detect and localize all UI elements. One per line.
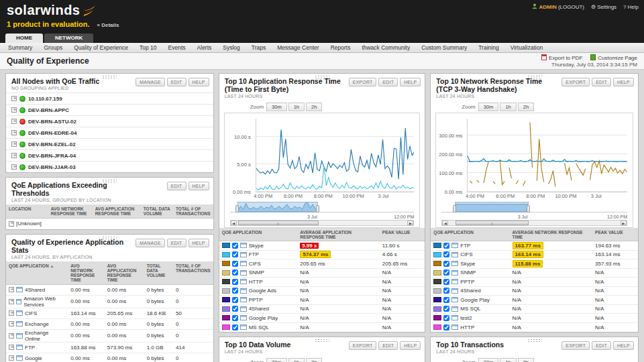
export-to-pdf-link[interactable]: Export to PDF bbox=[541, 54, 582, 61]
navigator-selected-range[interactable] bbox=[237, 202, 319, 213]
zoom-range-2h-button[interactable]: 2h bbox=[518, 103, 534, 111]
help-button[interactable]: HELP bbox=[613, 78, 634, 86]
edit-button[interactable]: EDIT bbox=[378, 78, 398, 86]
menu-item-message-center[interactable]: Message Center bbox=[277, 44, 319, 51]
column-header[interactable]: AVG NETWORK RESPONSE TIME bbox=[68, 261, 105, 285]
column-header[interactable]: LOCATION bbox=[6, 204, 48, 219]
edit-button[interactable]: EDIT bbox=[378, 341, 398, 350]
table-row[interactable]: Exchange0.00 ms0.00 ms0 bytes0 bbox=[6, 318, 213, 329]
chart-navigator[interactable]: 3 Jul12:00 PM bbox=[230, 202, 415, 219]
help-button[interactable]: HELP bbox=[189, 182, 209, 190]
series-visibility-checkbox[interactable] bbox=[232, 324, 238, 330]
series-visibility-checkbox[interactable] bbox=[232, 261, 238, 267]
help-button[interactable]: HELP bbox=[400, 78, 421, 86]
series-visibility-checkbox[interactable] bbox=[443, 279, 449, 285]
series-visibility-checkbox[interactable] bbox=[443, 306, 449, 312]
node-row[interactable]: 10.110.67.159 bbox=[6, 93, 213, 104]
series-visibility-checkbox[interactable] bbox=[232, 269, 238, 276]
zoom-range-2h-button[interactable]: 2h bbox=[306, 358, 322, 362]
column-header[interactable]: QOE APPLICATION ▲ bbox=[6, 261, 68, 285]
expand-icon[interactable] bbox=[9, 299, 14, 304]
menu-item-thwack-community[interactable]: thwack Community bbox=[362, 44, 410, 51]
series-visibility-checkbox[interactable] bbox=[232, 288, 238, 294]
series-visibility-checkbox[interactable] bbox=[443, 251, 449, 257]
customize-page-link[interactable]: Customize Page bbox=[590, 54, 637, 61]
chart-scrollbar[interactable]: ◀▶ bbox=[441, 220, 627, 226]
node-row[interactable]: DEV-BRN-EDRE-04 bbox=[6, 127, 213, 138]
plot-area[interactable]: 0.00 ms100.00 ms200.00 ms300.00 ms4:00 P… bbox=[467, 119, 627, 192]
zoom-range-1h-button[interactable]: 1h bbox=[500, 103, 516, 111]
series-visibility-checkbox[interactable] bbox=[443, 261, 449, 267]
expand-icon[interactable] bbox=[9, 333, 14, 339]
table-row[interactable]: [Unknown] bbox=[6, 219, 213, 229]
expand-icon[interactable] bbox=[11, 96, 17, 101]
help-link[interactable]: ?Help bbox=[623, 4, 639, 10]
series-visibility-checkbox[interactable] bbox=[232, 243, 238, 249]
expand-icon[interactable] bbox=[9, 321, 14, 326]
expand-icon[interactable] bbox=[11, 119, 17, 124]
expand-icon[interactable] bbox=[9, 355, 14, 361]
menu-item-events[interactable]: Events bbox=[168, 44, 186, 51]
logout-link[interactable]: (LOGOUT) bbox=[558, 4, 584, 10]
column-header[interactable]: AVG NETWORK RESPONSE TIME bbox=[48, 204, 93, 219]
table-row[interactable]: Google0.00 ms0.00 ms0 bytes0 bbox=[6, 353, 213, 362]
menu-item-groups[interactable]: Groups bbox=[44, 44, 62, 51]
series-visibility-checkbox[interactable] bbox=[232, 251, 238, 257]
menu-item-custom-summary[interactable]: Custom Summary bbox=[421, 44, 467, 51]
menu-item-training[interactable]: Training bbox=[478, 44, 498, 51]
expand-icon[interactable] bbox=[9, 287, 14, 292]
help-button[interactable]: HELP bbox=[189, 78, 209, 86]
node-row[interactable]: DEV-BRN-JJAR-03 bbox=[6, 161, 213, 172]
node-row[interactable]: DEV-BRN-EZEL-02 bbox=[6, 138, 213, 149]
menu-item-summary[interactable]: Summary bbox=[8, 44, 32, 51]
edit-button[interactable]: EDIT bbox=[167, 239, 186, 247]
column-header[interactable]: TOTAL DATA VOLUME bbox=[141, 204, 173, 219]
chart-scrollbar[interactable]: ◀▶ bbox=[230, 220, 415, 226]
expand-icon[interactable] bbox=[11, 130, 17, 135]
details-link[interactable]: » Details bbox=[97, 22, 119, 28]
series-visibility-checkbox[interactable] bbox=[232, 306, 238, 312]
scrollbar-thumb[interactable] bbox=[455, 221, 529, 225]
zoom-range-1h-button[interactable]: 1h bbox=[500, 358, 516, 362]
zoom-range-30m-button[interactable]: 30m bbox=[266, 358, 287, 362]
menu-item-traps[interactable]: Traps bbox=[252, 44, 266, 51]
series-visibility-checkbox[interactable] bbox=[232, 297, 238, 303]
scrollbar-thumb[interactable] bbox=[238, 221, 319, 225]
settings-link[interactable]: ⚙Settings bbox=[591, 4, 616, 10]
expand-icon[interactable] bbox=[11, 164, 17, 170]
expand-icon[interactable] bbox=[11, 107, 17, 113]
column-header[interactable]: TOTAL DATA VOLUME bbox=[144, 261, 173, 285]
table-row[interactable]: FTP163.88 ms573.90 ms1.0 GB414 bbox=[6, 342, 213, 353]
zoom-range-1h-button[interactable]: 1h bbox=[288, 103, 305, 111]
export-button[interactable]: EXPORT bbox=[349, 78, 377, 86]
table-row[interactable]: CIFS163.14 ms205.65 ms18.6 KB50 bbox=[6, 308, 213, 318]
chart-navigator[interactable]: 3 Jul12:00 PM bbox=[441, 202, 627, 219]
series-visibility-checkbox[interactable] bbox=[443, 269, 449, 276]
table-row[interactable]: Amazon Web Services0.00 ms0.00 ms0 bytes… bbox=[6, 295, 213, 308]
tab-home[interactable]: HOME bbox=[5, 34, 43, 43]
edit-button[interactable]: EDIT bbox=[592, 341, 611, 350]
navigator-selected-range[interactable] bbox=[455, 202, 529, 213]
navigator-right-handle[interactable] bbox=[527, 205, 530, 213]
menu-item-syslog[interactable]: Syslog bbox=[223, 44, 240, 51]
zoom-range-1h-button[interactable]: 1h bbox=[288, 358, 305, 362]
zoom-range-30m-button[interactable]: 30m bbox=[478, 358, 499, 362]
column-header[interactable]: TOTAL # OF TRANSACTIONS bbox=[173, 204, 213, 219]
expand-icon[interactable] bbox=[11, 141, 17, 147]
expand-icon[interactable] bbox=[9, 221, 14, 227]
export-button[interactable]: EXPORT bbox=[561, 78, 590, 86]
help-button[interactable]: HELP bbox=[189, 239, 209, 247]
table-row[interactable]: 4Shared0.00 ms0.00 ms0 bytes0 bbox=[6, 284, 213, 295]
zoom-range-30m-button[interactable]: 30m bbox=[266, 103, 287, 111]
expand-icon[interactable] bbox=[9, 310, 14, 316]
export-button[interactable]: EXPORT bbox=[349, 341, 377, 350]
export-button[interactable]: EXPORT bbox=[561, 341, 590, 350]
edit-button[interactable]: EDIT bbox=[592, 78, 611, 86]
series-visibility-checkbox[interactable] bbox=[443, 315, 449, 321]
column-header[interactable]: AVG APPLICATION RESPONSE TIME bbox=[93, 204, 141, 219]
navigator-right-handle[interactable] bbox=[316, 205, 319, 213]
table-row[interactable]: Exchange Online0.00 ms0.00 ms0 bytes0 bbox=[6, 329, 213, 342]
menu-item-top-10[interactable]: Top 10 bbox=[140, 44, 157, 51]
series-visibility-checkbox[interactable] bbox=[443, 243, 449, 249]
node-row[interactable]: DEV-BRN-APPC bbox=[6, 104, 213, 115]
